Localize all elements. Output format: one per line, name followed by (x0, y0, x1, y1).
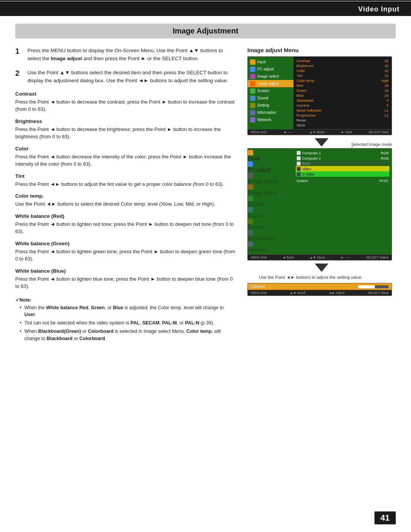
menu2-status-move: ▲▼ Move (310, 256, 325, 259)
menu2-pcadjust-icon (248, 161, 253, 167)
menu1-item-information: Information (248, 109, 293, 116)
subsection-tint: Tint Press the Point ◄► buttons to adjus… (15, 173, 236, 188)
menu2-system-label: System (296, 179, 308, 183)
subsection-brightness-body: Press the Point ◄ button to decrease the… (15, 126, 236, 141)
note-item-2: Tint can not be selected when the video … (20, 320, 236, 327)
menu-screenshot-1: Input PC adjust Image select Image (247, 56, 392, 135)
menu2-rgb: ⬜ RGB (296, 161, 389, 166)
menu2-computer1-label: ⬜ Computer 1 (296, 151, 321, 155)
menu3-progress-fill (358, 285, 375, 288)
imgselect-icon (250, 74, 255, 79)
menu1-statusbar: MENU Exit ◄ ----- ▲▼ Move ► Next SELECT … (248, 129, 392, 135)
arrow-shape-1 (315, 138, 328, 147)
page-number: 41 (374, 511, 396, 524)
menu2-svideo-label: ⬛ S-Video (296, 172, 315, 176)
subsection-wb-red: White balance (Red) Press the Point ◄ bu… (15, 213, 236, 235)
menu2-imgselect-icon (248, 173, 253, 178)
menu2-status-select: SELECT Select (366, 256, 389, 259)
menu1-row-red: Red28 (296, 83, 389, 88)
page-section-title: Video Input (358, 5, 400, 13)
menu1-row-progressive: ProgressiveL1 (296, 113, 389, 118)
menu1-item-pcadjust: PC adjust (248, 66, 293, 73)
imgadjust-icon (250, 81, 255, 86)
use-point-note: Use the Point ◄► buttons to adjust the s… (259, 274, 396, 281)
menu2-system-row: System NTSC (296, 178, 389, 183)
menu2-video: ⬛ Video (296, 166, 389, 171)
menu2-video-label: ⬛ Video (296, 167, 311, 171)
menu1-row-noise: Noise reductionL1 (296, 108, 389, 113)
note-item-3: When Blackboard(Green) or Colorboard is … (20, 328, 236, 342)
menu1-item-pcadjust-label: PC adjust (257, 67, 274, 71)
menu2-item-network-label: Network (248, 247, 267, 253)
subsection-color-temp: Color temp. Use the Point ◄► buttons to … (15, 193, 236, 208)
menu2-item-sound: Sound (248, 207, 293, 219)
section-title: Image Adjustment (15, 27, 396, 35)
subsection-wb-green-body: Press the Point ◄ button to lighten gree… (15, 248, 236, 263)
menu2-item-imgadjust: Image adjust (248, 184, 293, 196)
menu1-item-input: Input (248, 58, 293, 66)
note-item-1: When the White balance Red, Green, or Bl… (20, 304, 236, 319)
menu2-item-information-label: Information (248, 235, 274, 241)
subsection-wb-red-heading: White balance (Red) (15, 213, 236, 219)
subsection-wb-green-heading: White balance (Green) (15, 241, 236, 246)
sound-icon (250, 96, 255, 101)
menu3-status-back: SELECT Back (368, 291, 389, 295)
note-section: ✓Note: When the White balance Red, Green… (15, 297, 236, 342)
menu1-item-imgadjust: Image adjust (248, 80, 293, 87)
subsection-brightness-heading: Brightness (15, 118, 236, 124)
menu1-item-screen: Screen (248, 87, 293, 94)
menu1-item-screen-label: Screen (257, 89, 269, 93)
menu2-computer2-value: RGB (381, 156, 389, 160)
menu1-row-store: Store (296, 123, 389, 128)
subsection-wb-blue-heading: White balance (Blue) (15, 268, 236, 274)
menu2-item-pcadjust: PC adjust (248, 161, 293, 173)
menu2-screen-icon (248, 196, 253, 201)
menu1-item-information-label: Information (257, 110, 276, 115)
input-icon (250, 59, 255, 65)
menu2-right-panel: ⬜ Computer 1 RGB ⬜ Computer 2 RGB ⬜ RGB (293, 149, 392, 254)
setting-icon (250, 103, 255, 108)
menu1-status-move: ▲▼ Move (309, 130, 325, 134)
menu2-item-information: Information (248, 230, 293, 241)
menu2-inner: Input PC adjust Image select Image (248, 149, 392, 254)
menu1-row-blue: Blue25 (296, 93, 389, 98)
menu2-item-setting: Setting (248, 219, 293, 230)
menu3-contrast-label: Contrast (251, 284, 265, 289)
menu2-item-pcadjust-label: PC adjust (248, 167, 271, 173)
menu1-row-brightness: Brightness32 (296, 63, 389, 68)
menu1-item-imgselect-label: Image select (257, 74, 279, 78)
menu2-computer1: ⬜ Computer 1 RGB (296, 150, 389, 155)
menu1-item-network-label: Network (257, 118, 271, 122)
subsection-color-temp-heading: Color temp. (15, 193, 236, 199)
subsection-tint-heading: Tint (15, 173, 236, 179)
note-title: ✓Note: (15, 297, 236, 303)
menu1-item-setting-label: Setting (257, 103, 269, 107)
menu2-system-value: NTSC (379, 179, 389, 183)
menu2-input-icon (248, 150, 253, 155)
menu1-row-reset: Reset (296, 118, 389, 123)
menu2-computer2: ⬜ Computer 2 RGB (296, 155, 389, 161)
menu3-status-exit: MENU Exit (251, 291, 267, 295)
menu2-computer2-label: ⬜ Computer 2 (296, 156, 321, 160)
right-column: Image adjust Menu Input PC adjust (247, 47, 396, 343)
menu1-row-tint: Tint32 (296, 73, 389, 78)
menu2-sound-icon (248, 207, 253, 212)
subsection-wb-green: White balance (Green) Press the Point ◄ … (15, 241, 236, 263)
selected-image-mode-label: Selected Image mode (351, 142, 392, 147)
subsection-contrast-body: Press the Point ◄ button to decrease the… (15, 98, 236, 113)
step-1-text: Press the MENU button to display the On-… (27, 47, 236, 63)
menu2-item-network: Network (248, 241, 293, 253)
menu1-row-gamma: Gamma0 (296, 103, 389, 108)
arrow-shape-2 (315, 264, 328, 272)
subsection-tint-body: Press the Point ◄► buttons to adjust the… (15, 181, 236, 188)
menu1-item-imgselect: Image select (248, 73, 293, 80)
menu3-status-scroll: ▲▼ Scroll (290, 291, 305, 295)
page-content: Image Adjustment 1 Press the MENU button… (0, 16, 411, 358)
menu2-item-imgselect-label: Image select (248, 178, 278, 184)
subsection-contrast-heading: Contrast (15, 91, 236, 97)
menu1-item-input-label: Input (257, 60, 266, 64)
menu-section-title: Image adjust Menu (247, 47, 396, 53)
menu2-left-panel: Input PC adjust Image select Image (248, 149, 293, 254)
menu1-left-panel: Input PC adjust Image select Image (248, 57, 293, 129)
arrow-down-2 (247, 264, 396, 272)
